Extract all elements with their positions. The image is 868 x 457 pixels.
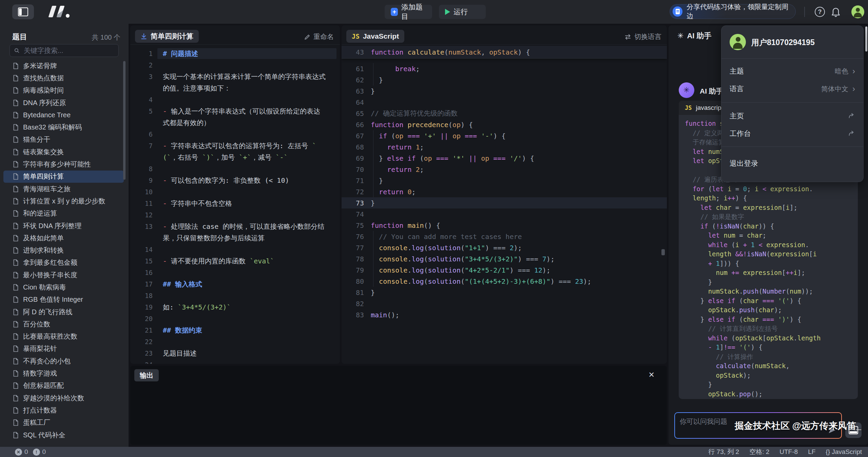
code-line[interactable]: 69 } else if (op === '*' || op === '/') …	[342, 153, 667, 164]
markdown-line[interactable]: 6	[130, 128, 340, 140]
user-avatar[interactable]	[851, 5, 864, 18]
code-line[interactable]: 65// 确定运算符优先级的函数	[342, 108, 667, 119]
sidebar-item[interactable]: 打点计数器	[3, 404, 124, 416]
markdown-line[interactable]: 16	[130, 267, 340, 278]
code-line[interactable]: 74	[342, 208, 667, 220]
code-line[interactable]: 64	[342, 97, 667, 108]
sidebar-item[interactable]: 暴雨梨花针	[3, 343, 124, 355]
code-line[interactable]: 79 console.log(solution("4+2*5-2/1") ===…	[342, 264, 667, 276]
sidebar-item[interactable]: 病毒感染时间	[3, 84, 124, 97]
sidebar-item[interactable]: 进制求和转换	[3, 244, 124, 256]
code-line[interactable]: 82	[342, 298, 667, 309]
sidebar-item[interactable]: 青海湖租车之旅	[3, 183, 124, 195]
markdown-line[interactable]: 14	[130, 244, 340, 255]
code-line[interactable]: 70 return 2;	[342, 164, 667, 175]
markdown-editor[interactable]: 1# 问题描述23实现一个基本的计算器来计算一个简单的字符串表达式的值。注意事项…	[130, 48, 340, 364]
markdown-line[interactable]: 12	[130, 209, 340, 221]
markdown-line[interactable]: 15- 请不要使用内置的库函数 `eval`	[130, 255, 340, 267]
code-lines[interactable]: 61 break;62 }63}6465// 确定运算符优先级的函数66func…	[342, 63, 667, 361]
run-button[interactable]: 运行	[439, 5, 486, 19]
sidebar-item[interactable]: 比赛最高获胜次数	[3, 331, 124, 343]
eol-type[interactable]: LF	[808, 448, 815, 456]
menu-item-theme[interactable]: 主题 暗色 ›	[721, 64, 863, 79]
sidebar-scrollbar[interactable]	[123, 61, 126, 180]
markdown-line[interactable]: 1# 问题描述	[130, 48, 340, 59]
markdown-line[interactable]: 23见题目描述	[130, 347, 340, 359]
markdown-line[interactable]: 13- 处理除法 case 的时候，可以直接省略小数部分结	[130, 221, 340, 232]
sidebar-item[interactable]: 字符串有多少种可能性	[3, 158, 124, 170]
code-line[interactable]: 61 break;	[342, 63, 667, 74]
output-tab[interactable]: 输出	[134, 369, 159, 381]
sidebar-item[interactable]: Bytedance Tree	[3, 109, 124, 121]
language-mode[interactable]: {} JavaScript	[826, 448, 862, 456]
markdown-line[interactable]: 17## 输入格式	[130, 278, 340, 290]
sidebar-item[interactable]: 穿越沙漠的补给次数	[3, 392, 124, 404]
menu-item-home[interactable]: 主页	[721, 108, 863, 123]
menu-item-logout[interactable]: 退出登录	[721, 156, 863, 171]
sidebar-item[interactable]: Cion 勒索病毒	[3, 281, 124, 293]
sidebar-item[interactable]: DNA 序列还原	[3, 97, 124, 109]
sidebar-item[interactable]: 不再贪心的小包	[3, 355, 124, 367]
sidebar-item[interactable]: RGB 色值转 Integer	[3, 294, 124, 306]
error-count-icon[interactable]: ✕	[15, 449, 22, 456]
ai-panel-scrollbar[interactable]	[865, 26, 867, 52]
switch-language-button[interactable]: 切换语言	[624, 32, 661, 41]
sidebar-item[interactable]: 多米诺骨牌	[3, 60, 124, 72]
menu-item-language[interactable]: 语言 简体中文 ›	[721, 81, 863, 96]
markdown-line[interactable]: 18	[130, 290, 340, 301]
editor-scrollbar[interactable]	[661, 249, 665, 255]
markdown-line[interactable]: 的值。注意事项如下：	[130, 82, 340, 94]
markdown-line[interactable]: 式都是有效的）	[130, 117, 340, 128]
app-logo[interactable]	[50, 5, 79, 19]
code-line[interactable]: 78 console.log(solution("3+4*5/(3+2)") =…	[342, 253, 667, 264]
code-line[interactable]: 62 }	[342, 74, 667, 85]
markdown-line[interactable]: 果，只保留整数部分参与后续运算	[130, 232, 340, 244]
sidebar-item[interactable]: Base32 编码和解码	[3, 121, 124, 133]
sidebar-item[interactable]: 猜数字游戏	[3, 367, 124, 379]
problem-tab[interactable]: 简单四则计算	[135, 30, 199, 43]
search-box[interactable]	[9, 44, 119, 57]
sidebar-item[interactable]: 创意标题匹配	[3, 380, 124, 392]
markdown-line[interactable]: 19如: `3+4*5/(3+2)`	[130, 301, 340, 313]
markdown-line[interactable]: 5- 输入是一个字符串表达式（可以假设所给定的表达	[130, 105, 340, 117]
sidebar-item[interactable]: 查找热点数据	[3, 72, 124, 84]
warning-count-icon[interactable]: !	[33, 449, 40, 456]
markdown-line[interactable]: 22	[130, 336, 340, 347]
code-line[interactable]: 81}	[342, 287, 667, 298]
code-line[interactable]: 66function precedence(op) {	[342, 119, 667, 130]
notification-bell-icon[interactable]	[830, 6, 841, 18]
markdown-line[interactable]: 11- 字符串中不包含空格	[130, 198, 340, 209]
sidebar-item[interactable]: 蛋糕工厂	[3, 417, 124, 429]
promo-banner[interactable]: 分享代码练习体验，领限量定制周边	[670, 4, 796, 19]
sidebar-item[interactable]: 链表聚集交换	[3, 146, 124, 158]
close-icon[interactable]: ✕	[649, 371, 655, 379]
code-line[interactable]: 76 // You can add more test cases here	[342, 231, 667, 242]
markdown-line[interactable]: 8	[130, 163, 340, 175]
indentation[interactable]: 空格: 2	[749, 448, 769, 456]
add-problem-button[interactable]: + 添加题目	[385, 5, 432, 19]
rename-button[interactable]: 重命名	[304, 32, 334, 41]
markdown-line[interactable]: 10	[130, 186, 340, 198]
sidebar-item[interactable]: 百分位数	[3, 318, 124, 330]
markdown-line[interactable]: 7- 字符串表达式可以包含的运算符号为: 左括号 `	[130, 140, 340, 152]
code-line[interactable]: 77 console.log(solution("1+1") === 2);	[342, 242, 667, 253]
current-code-line[interactable]: 73}	[342, 197, 667, 208]
sidebar-item[interactable]: 计算位置 x 到 y 的最少步数	[3, 195, 124, 207]
sidebar-item[interactable]: SQL 代码补全	[3, 429, 124, 441]
sidebar-item[interactable]: 环状 DNA 序列整理	[3, 220, 124, 232]
search-input[interactable]	[23, 46, 114, 55]
code-line[interactable]: 71 }	[342, 175, 667, 186]
markdown-line[interactable]: 2	[130, 59, 340, 71]
markdown-line[interactable]: 24	[130, 359, 340, 364]
code-line[interactable]: 68 return 1;	[342, 141, 667, 153]
markdown-line[interactable]: 9- 可以包含的数字为: 非负整数 (< 10)	[130, 175, 340, 186]
cursor-position[interactable]: 行 73, 列 2	[708, 448, 739, 456]
code-line[interactable]: 83main();	[342, 309, 667, 320]
markdown-line[interactable]: 20	[130, 313, 340, 324]
markdown-line[interactable]: 4	[130, 94, 340, 105]
sidebar-toggle-button[interactable]	[12, 4, 34, 19]
sidebar-item[interactable]: 简单四则计算	[3, 171, 124, 183]
encoding[interactable]: UTF-8	[779, 448, 798, 456]
help-icon[interactable]: ?	[815, 7, 825, 17]
sidebar-item[interactable]: 拿到最多红包金额	[3, 257, 124, 269]
